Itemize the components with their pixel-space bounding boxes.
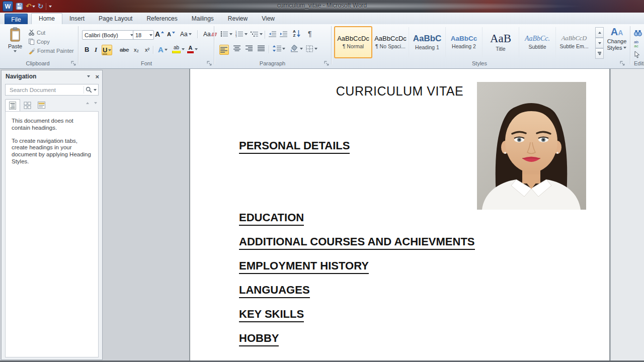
superscript-icon: x² (145, 47, 149, 53)
align-left-button[interactable] (219, 45, 229, 55)
styles-gallery-up-button[interactable] (595, 27, 604, 38)
style-heading-1[interactable]: AaBbC Heading 1 (409, 27, 446, 57)
align-center-button[interactable] (232, 45, 242, 52)
paste-dropdown-icon[interactable] (14, 50, 17, 52)
tab-file[interactable]: File (5, 14, 28, 25)
line-spacing-icon (273, 45, 281, 52)
italic-button[interactable]: I (94, 45, 98, 54)
text-highlight-button[interactable]: ab (171, 45, 186, 54)
copy-button[interactable]: Copy (28, 38, 50, 45)
tab-page-layout[interactable]: Page Layout (92, 13, 139, 24)
bold-button[interactable]: B (84, 45, 90, 54)
font-size-value: 18 (135, 32, 141, 38)
clipboard-group-label: Clipboard (0, 60, 75, 67)
style-subtle-emphasis[interactable]: AaBbCcD Subtle Em... (556, 27, 592, 57)
styles-gallery-down-button[interactable] (595, 38, 604, 48)
copy-label: Copy (37, 39, 50, 45)
shrink-arrow-icon (172, 32, 175, 34)
format-painter-button[interactable]: Format Painter (28, 47, 74, 54)
underline-dropdown-icon[interactable] (108, 49, 111, 51)
increase-indent-button[interactable] (279, 30, 289, 38)
sort-button[interactable]: AZ (292, 29, 301, 38)
vertical-scroll-area[interactable] (610, 69, 644, 360)
paste-button[interactable]: Paste (5, 27, 26, 59)
copy-icon (28, 38, 35, 45)
text-effects-icon: A (158, 45, 164, 54)
group-separator (214, 26, 214, 64)
style-no-spacing[interactable]: AaBbCcDc ¶ No Spaci... (372, 27, 409, 57)
paragraph-dialog-launcher[interactable] (324, 61, 330, 66)
search-input[interactable] (9, 86, 82, 94)
navigation-results-panel: This document does not contain headings.… (5, 111, 99, 357)
numbering-button[interactable]: 123 (234, 30, 249, 38)
strikethrough-button[interactable]: abe (119, 46, 130, 53)
align-right-button[interactable] (245, 45, 254, 52)
document-page[interactable]: CURRICULUM VITAE (189, 69, 610, 360)
multilevel-list-button[interactable] (250, 30, 264, 38)
style-subtitle[interactable]: AaBbCc. Subtitle (519, 27, 556, 57)
change-case-button[interactable]: Aa (179, 30, 193, 38)
tab-view[interactable]: View (255, 13, 282, 24)
font-dialog-launcher[interactable] (207, 61, 212, 66)
style-name: Heading 1 (415, 44, 439, 50)
format-painter-brush-icon (28, 47, 35, 54)
shrink-font-icon: A (167, 31, 171, 37)
nav-tab-browse-pages[interactable] (20, 99, 34, 111)
shrink-font-button[interactable]: A (166, 31, 176, 38)
font-color-button[interactable]: A (186, 45, 199, 54)
tab-insert[interactable]: Insert (62, 13, 92, 24)
grow-font-button[interactable]: A (154, 30, 165, 39)
replace-button[interactable]: abac (633, 40, 639, 49)
change-styles-button[interactable]: AA Change Styles (604, 27, 629, 59)
navigation-pane-menu-icon[interactable] (87, 75, 90, 77)
subscript-button[interactable]: x₂ (133, 46, 140, 53)
find-button[interactable] (633, 29, 643, 37)
nav-tab-browse-headings[interactable] (5, 99, 20, 112)
cut-label: Cut (37, 30, 45, 36)
strikethrough-icon: abe (120, 47, 129, 53)
underline-button[interactable]: U (102, 45, 112, 55)
doc-heading-employment-history: EMPLOYMENT HISTORY (239, 259, 369, 274)
separator (197, 30, 198, 38)
tab-references[interactable]: References (139, 13, 184, 24)
previous-result-icon[interactable] (86, 102, 89, 104)
nav-tab-browse-results[interactable] (34, 99, 48, 111)
tab-review[interactable]: Review (221, 13, 255, 24)
cut-button[interactable]: Cut (28, 29, 45, 36)
shading-button[interactable] (289, 44, 304, 53)
style-normal[interactable]: AaBbCcDc ¶ Normal (334, 26, 372, 58)
decrease-indent-button[interactable] (268, 30, 278, 38)
tab-mailings[interactable]: Mailings (185, 13, 221, 24)
chevron-down-icon (229, 33, 232, 35)
search-options-dropdown-icon[interactable] (94, 89, 97, 91)
browse-results-icon (38, 102, 45, 109)
style-preview: AaBbCc. (525, 35, 550, 42)
style-heading-2[interactable]: AaBbCc Heading 2 (446, 27, 482, 57)
replace-icon: abac (634, 40, 638, 48)
close-icon[interactable]: × (95, 73, 99, 80)
search-icon[interactable] (86, 86, 92, 93)
select-button[interactable] (633, 50, 641, 59)
show-paragraph-marks-button[interactable]: ¶ (307, 29, 313, 38)
superscript-button[interactable]: x² (144, 46, 150, 53)
editing-group-label: Editing (631, 60, 644, 67)
search-box[interactable] (5, 84, 99, 96)
format-painter-label: Format Painter (37, 48, 74, 54)
chevron-down-icon (282, 48, 285, 50)
bullets-button[interactable] (219, 30, 233, 38)
font-family-combobox[interactable]: Calibri (Body) (82, 30, 135, 40)
tab-home[interactable]: Home (31, 13, 62, 24)
line-spacing-button[interactable] (272, 45, 286, 52)
style-title[interactable]: AaB Title (482, 27, 519, 57)
styles-gallery-more-button[interactable] (595, 48, 604, 59)
text-effects-button[interactable]: A (157, 45, 169, 54)
bold-icon: B (85, 46, 89, 53)
font-size-combobox[interactable]: 18 (133, 30, 154, 40)
clipboard-dialog-launcher[interactable] (71, 61, 76, 66)
styles-dialog-launcher[interactable] (620, 61, 625, 66)
clear-formatting-button[interactable]: Aa (202, 30, 217, 38)
next-result-icon[interactable] (94, 102, 97, 104)
style-preview: AaBbC (413, 34, 442, 43)
borders-button[interactable] (305, 45, 318, 53)
justify-button[interactable] (257, 45, 266, 52)
